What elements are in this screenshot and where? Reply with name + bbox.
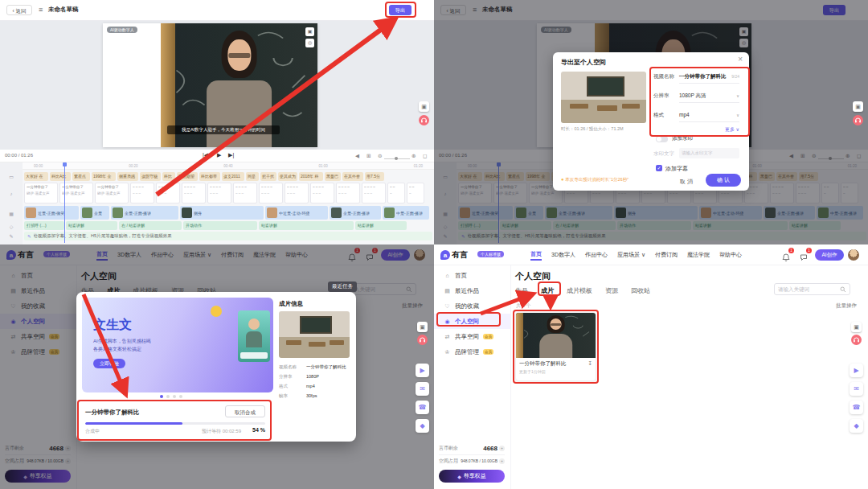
- caption-clip[interactable]: 科比A比: [50, 172, 71, 181]
- track-type-icon[interactable]: ♪: [0, 183, 23, 207]
- banner-cta-button[interactable]: 立即体验: [93, 359, 125, 368]
- timeline-ruler[interactable]: 00:0000:2000:4001:0001:20: [23, 162, 434, 170]
- action-clip[interactable]: 开场动作: [183, 221, 257, 230]
- volume-icon[interactable]: ◀: [355, 153, 359, 159]
- search-box[interactable]: [774, 283, 850, 295]
- caption-clip[interactable]: 把干扰: [260, 172, 276, 181]
- panel-toggle-icon[interactable]: ▣: [851, 322, 862, 332]
- tab[interactable]: 成片模板: [567, 286, 592, 295]
- fullscreen-icon[interactable]: ◻: [423, 153, 427, 159]
- voice-clip[interactable]: – – – –– – –: [285, 183, 309, 203]
- caption-clip[interactable]: 侧重质感: [117, 172, 138, 181]
- carousel-dots[interactable]: [160, 395, 182, 398]
- voice-clip[interactable]: 一分钟带你了晓伊·温柔女声: [95, 183, 129, 203]
- sidebar-item[interactable]: ◉ 个人空间: [434, 314, 510, 329]
- tab[interactable]: 资源: [605, 286, 618, 295]
- action-clip[interactable]: 站姿讲解: [259, 221, 354, 230]
- voice-clip[interactable]: – ––: [387, 183, 405, 203]
- voice-clip[interactable]: – – – –– – –: [130, 183, 154, 203]
- floating-widget-icon[interactable]: ▶: [850, 364, 863, 377]
- floating-widget-icon[interactable]: ▶: [416, 364, 429, 377]
- caption-clip[interactable]: 这支2011: [222, 172, 244, 181]
- youyan-logo[interactable]: a有言: [440, 249, 468, 261]
- support-headset-icon[interactable]: [419, 115, 429, 125]
- floating-widget-icon[interactable]: ✉: [416, 382, 429, 396]
- cancel-synthesis-button[interactable]: 取消合成: [225, 405, 265, 417]
- sidebar-item[interactable]: ♔ 品牌管理 会员: [434, 344, 510, 360]
- caption-clip[interactable]: 在其外誉: [342, 172, 363, 181]
- track-type-icon[interactable]: ✎: [0, 232, 23, 241]
- export-button[interactable]: 导出: [389, 5, 411, 15]
- nav-item[interactable]: 付费订阅: [655, 251, 678, 259]
- resolution-select[interactable]: 1080P 高清: [679, 92, 706, 100]
- chevron-down-icon[interactable]: ∨: [736, 113, 739, 117]
- action-clip[interactable]: 右 / 站姿讲解: [119, 221, 182, 230]
- caption-clip[interactable]: 大家好 在: [24, 172, 48, 181]
- watermark-toggle[interactable]: [656, 136, 668, 142]
- action-clip[interactable]: 打招呼 (…): [24, 221, 64, 230]
- caption-clip[interactable]: 黑曼巴: [325, 172, 341, 181]
- edit-icon[interactable]: ✎: [720, 74, 723, 79]
- message-icon[interactable]: 1: [800, 250, 808, 265]
- watermark-text-input[interactable]: 请输入水印文字: [679, 148, 739, 158]
- confirm-button[interactable]: 确 认: [706, 174, 741, 187]
- timeline-zoom-slider[interactable]: [384, 158, 410, 159]
- prev-frame-button[interactable]: |◀: [203, 152, 208, 158]
- caption-clip[interactable]: 2018年 科: [299, 172, 323, 181]
- floating-widget-icon[interactable]: ☎: [416, 401, 429, 414]
- support-headset-icon[interactable]: [851, 335, 862, 345]
- floating-widget-icon[interactable]: ☎: [850, 401, 863, 414]
- caption-clip[interactable]: 这防守稳: [140, 172, 161, 181]
- next-frame-button[interactable]: ▶|: [228, 152, 234, 158]
- voice-clip[interactable]: – – – –– – –: [310, 183, 334, 203]
- more-options-link[interactable]: 更多 ∨: [725, 126, 739, 134]
- track-type-icon[interactable]: ▦: [0, 207, 23, 222]
- track-type-icon[interactable]: ▭: [0, 172, 23, 183]
- nav-item[interactable]: 3D数字人: [551, 251, 575, 259]
- play-button[interactable]: ▶: [217, 152, 221, 158]
- playhead[interactable]: [64, 162, 65, 243]
- benefits-button[interactable]: ◆尊享权益: [439, 470, 505, 483]
- zoom-in-icon[interactable]: ⊕: [411, 153, 416, 159]
- nav-item[interactable]: 作品中心: [585, 251, 608, 259]
- caption-clip[interactable]: 繁星点: [72, 172, 90, 181]
- close-icon[interactable]: ×: [738, 55, 743, 64]
- add-coins-icon[interactable]: +: [499, 446, 505, 451]
- sidebar-item[interactable]: ▤ 最近作品: [434, 283, 510, 298]
- video-canvas[interactable]: AI驱动数字人 ▣ ◎ 我是AI数字人助手，今天将用一分钟的时间: [103, 23, 317, 147]
- camera-clip[interactable]: 全景-正面-播讲: [330, 206, 381, 220]
- panel-toggle-icon[interactable]: ▣: [419, 101, 429, 112]
- voice-clip[interactable]: – – – –– – –: [259, 183, 283, 203]
- sidebar-item[interactable]: ♡ 我的收藏: [434, 298, 510, 314]
- camera-clip[interactable]: 侧身: [180, 206, 264, 220]
- tab[interactable]: 作品: [515, 286, 528, 295]
- action-clip[interactable]: 站姿讲解: [66, 221, 117, 230]
- support-headset-icon[interactable]: [853, 115, 863, 125]
- action-clip[interactable]: 站姿讲解: [355, 221, 407, 230]
- voice-clip[interactable]: – ––: [407, 183, 424, 203]
- nav-item[interactable]: 应用场景 ∨: [617, 251, 645, 259]
- voice-clip[interactable]: – – – –– – –: [156, 183, 180, 203]
- subtitle-checkbox[interactable]: ✓: [656, 165, 662, 171]
- nav-item[interactable]: 帮助中心: [719, 251, 742, 259]
- caption-clip[interactable]: 科比都带: [199, 172, 220, 181]
- floating-widget-icon[interactable]: ◆: [850, 419, 863, 433]
- canvas-tool-1-icon[interactable]: ▣: [305, 27, 314, 36]
- nav-item[interactable]: 首页: [530, 250, 542, 261]
- camera-clip[interactable]: 全景-正面-播讲: [111, 206, 178, 220]
- canvas-tool-2-icon[interactable]: ◎: [305, 39, 314, 47]
- format-select[interactable]: mp4: [679, 112, 690, 117]
- voice-clip[interactable]: – – – –– – –: [233, 183, 257, 203]
- voice-clip[interactable]: – – – –– – –: [362, 183, 386, 203]
- search-input[interactable]: [778, 286, 837, 292]
- sidebar-item[interactable]: ⌂ 首页: [434, 268, 510, 283]
- floating-widget-icon[interactable]: ✉: [850, 382, 863, 396]
- cancel-button[interactable]: 取 消: [680, 178, 693, 186]
- voice-clip[interactable]: – – – –– – –: [336, 183, 360, 203]
- camera-clip[interactable]: 中近景-走动-环绕: [265, 206, 328, 220]
- voice-clip[interactable]: 一分钟带你了晓伊·温柔女声: [24, 183, 58, 203]
- caption-clip[interactable]: 用7.5分: [365, 172, 384, 181]
- sidebar-item[interactable]: ⇄ 共享空间 会员: [434, 329, 510, 344]
- support-headset-icon[interactable]: [417, 335, 428, 345]
- grid-view-icon[interactable]: ⊞: [366, 153, 371, 159]
